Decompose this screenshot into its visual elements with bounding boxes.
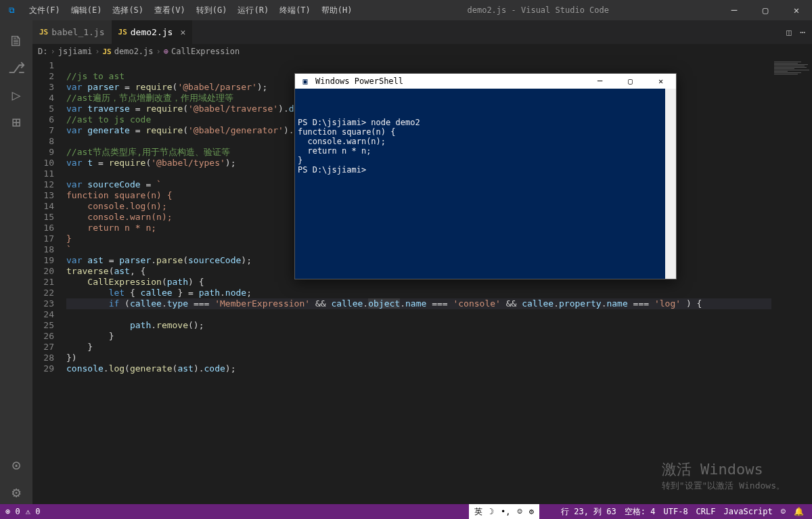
scrollbar[interactable] (665, 89, 676, 279)
menu-view[interactable]: 查看(V) (149, 5, 191, 16)
powershell-titlebar[interactable]: ▣ Windows PowerShell ─ ▢ ✕ (295, 74, 676, 89)
menu-edit[interactable]: 编辑(E) (66, 5, 108, 16)
status-eol[interactable]: CRLF (696, 507, 716, 516)
tab-bar: JSbabel_1.js JSdemo2.js✕ ◫ ⋯ (32, 20, 812, 44)
ps-maximize-icon[interactable]: ▢ (615, 76, 646, 86)
breadcrumb[interactable]: D:› jsjiami› JS demo2.js› ⊕CallExpressio… (32, 44, 812, 59)
close-icon[interactable]: ✕ (781, 5, 812, 16)
menu-select[interactable]: 选择(S) (107, 5, 149, 16)
menu-help[interactable]: 帮助(H) (316, 5, 358, 16)
bell-icon[interactable]: 🔔 (794, 507, 804, 516)
menu-file[interactable]: 文件(F) (24, 5, 66, 16)
powershell-window[interactable]: ▣ Windows PowerShell ─ ▢ ✕ PS D:\jsjiami… (294, 73, 677, 279)
account-icon[interactable]: ⊙ (0, 451, 32, 478)
ps-close-icon[interactable]: ✕ (646, 76, 676, 86)
status-lang[interactable]: JavaScript (724, 507, 773, 516)
files-icon[interactable]: 🗎 (0, 27, 32, 54)
window-title: demo2.js - Visual Studio Code (358, 5, 719, 15)
status-cursor[interactable]: 行 23, 列 63 (561, 506, 616, 518)
menu-terminal[interactable]: 终端(T) (274, 5, 316, 16)
source-control-icon[interactable]: ⎇ (0, 54, 32, 81)
status-spaces[interactable]: 空格: 4 (625, 506, 656, 518)
menu-run[interactable]: 运行(R) (232, 5, 274, 16)
activitybar: 🗎 ⎇ ▷ ⊞ ⊙ ⚙ (0, 20, 32, 505)
extensions-icon[interactable]: ⊞ (0, 108, 32, 135)
windows-watermark: 激活 Windows 转到"设置"以激活 Windows。 (662, 459, 785, 492)
powershell-title: Windows PowerShell (315, 76, 403, 86)
tab-babel[interactable]: JSbabel_1.js (32, 20, 112, 44)
status-encoding[interactable]: UTF-8 (663, 507, 687, 516)
close-tab-icon[interactable]: ✕ (180, 27, 185, 37)
titlebar: ⧉ 文件(F) 编辑(E) 选择(S) 查看(V) 转到(G) 运行(R) 终端… (0, 0, 812, 20)
status-warnings[interactable]: ⚠ 0 (26, 507, 41, 516)
minimize-icon[interactable]: ─ (719, 5, 750, 16)
more-actions-icon[interactable]: ⋯ (800, 27, 805, 37)
run-debug-icon[interactable]: ▷ (0, 81, 32, 108)
feedback-icon[interactable]: ☺ (781, 507, 786, 516)
ime-indicator[interactable]: 英☽•,☺⚙ (469, 504, 539, 519)
vscode-icon: ⧉ (0, 5, 24, 15)
menubar: 文件(F) 编辑(E) 选择(S) 查看(V) 转到(G) 运行(R) 终端(T… (24, 5, 358, 16)
powershell-body[interactable]: PS D:\jsjiami> node demo2function square… (295, 89, 676, 279)
statusbar: ⊗ 0 ⚠ 0 英☽•,☺⚙ 行 23, 列 63 空格: 4 UTF-8 CR… (0, 504, 812, 519)
menu-goto[interactable]: 转到(G) (191, 5, 233, 16)
maximize-icon[interactable]: ▢ (750, 5, 781, 16)
ps-minimize-icon[interactable]: ─ (585, 76, 615, 86)
split-editor-icon[interactable]: ◫ (786, 27, 792, 37)
settings-gear-icon[interactable]: ⚙ (0, 478, 32, 505)
tab-demo2[interactable]: JSdemo2.js✕ (112, 20, 193, 44)
minimap[interactable] (771, 59, 812, 505)
status-errors[interactable]: ⊗ 0 (5, 507, 20, 516)
powershell-icon: ▣ (295, 76, 315, 86)
